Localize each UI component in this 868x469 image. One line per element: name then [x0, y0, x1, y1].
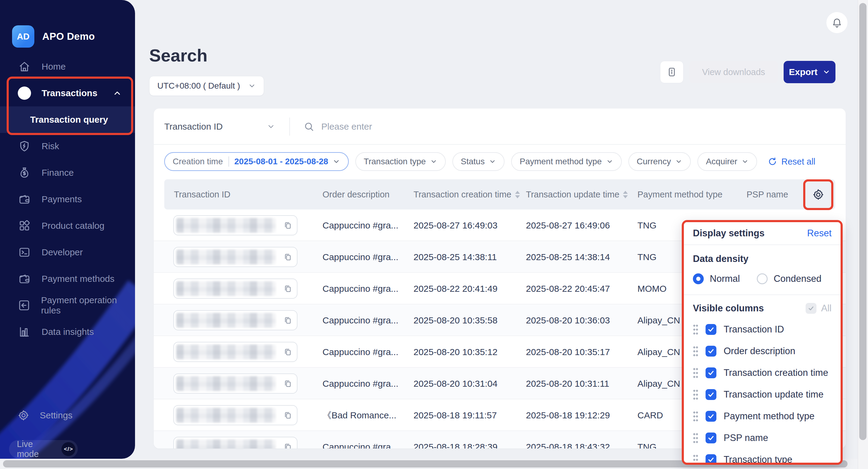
- copy-button[interactable]: [282, 442, 293, 448]
- sort-button[interactable]: [623, 191, 628, 198]
- sidebar-item-payments[interactable]: Payments: [0, 186, 135, 213]
- transaction-id-cell: [173, 437, 298, 448]
- column-settings-button[interactable]: [804, 180, 833, 210]
- display-settings-reset-button[interactable]: Reset: [807, 228, 832, 239]
- sidebar-item-home[interactable]: Home: [0, 53, 135, 80]
- visible-column-item-transaction-creation-time: Transaction creation time: [684, 362, 841, 384]
- gear-icon: [812, 188, 825, 201]
- transaction-id-redacted: [176, 281, 276, 296]
- vertical-scrollbar[interactable]: [859, 3, 867, 440]
- filter-label: Payment method type: [520, 157, 601, 166]
- notifications-button[interactable]: [827, 12, 847, 33]
- filter-transaction-type[interactable]: Transaction type: [355, 152, 446, 171]
- filter-currency[interactable]: Currency: [628, 152, 691, 171]
- visible-column-item-transaction-id: Transaction ID: [684, 319, 841, 340]
- drag-handle-icon[interactable]: [693, 345, 698, 357]
- drag-handle-icon[interactable]: [693, 324, 698, 335]
- column-checkbox[interactable]: [706, 411, 716, 422]
- search-input[interactable]: Please enter: [304, 108, 372, 145]
- column-checkbox[interactable]: [706, 454, 716, 463]
- chevron-down-icon: [333, 158, 340, 165]
- check-icon: [707, 369, 715, 376]
- live-mode-toggle[interactable]: Live mode </>: [9, 440, 78, 458]
- copy-button[interactable]: [282, 410, 293, 421]
- drag-handle-icon[interactable]: [693, 410, 698, 422]
- refresh-icon: [768, 157, 777, 166]
- search-field-value: Transaction ID: [164, 122, 223, 132]
- copy-icon: [283, 316, 292, 325]
- transaction-id-redacted: [176, 313, 276, 327]
- sidebar-item-settings[interactable]: Settings: [18, 409, 72, 421]
- creation-time-cell: 2025-08-18 19:11:57: [413, 399, 497, 431]
- reset-all-button[interactable]: Reset all: [768, 157, 815, 167]
- column-header-label: Payment method type: [638, 190, 722, 199]
- display-settings-header: Display settings Reset: [684, 222, 841, 245]
- radio-selected: [693, 273, 704, 284]
- chevron-down-icon: [823, 68, 830, 76]
- visible-column-item-transaction-type: Transaction type: [684, 449, 841, 463]
- order-description-cell: 《Bad Romance...: [322, 399, 408, 431]
- column-header-label: Transaction update time: [526, 190, 619, 199]
- sidebar-item-developer[interactable]: Developer: [0, 239, 135, 265]
- transaction-id-cell: [173, 310, 298, 330]
- drag-handle-icon[interactable]: [693, 454, 698, 463]
- copy-button[interactable]: [282, 220, 293, 231]
- column-checkbox[interactable]: [706, 433, 716, 443]
- payment-method-cell: Alipay_CN: [638, 336, 680, 368]
- sidebar-item-product-catalog[interactable]: Product catalog: [0, 213, 135, 239]
- sidebar-item-payment-methods[interactable]: Payment methods: [0, 265, 135, 292]
- all-columns-checkbox[interactable]: [806, 303, 816, 314]
- view-downloads-button[interactable]: View downloads: [689, 61, 778, 83]
- timezone-select[interactable]: UTC+08:00 ( Default ): [149, 76, 264, 96]
- sort-button[interactable]: [515, 191, 520, 198]
- sidebar-item-finance[interactable]: Finance: [0, 159, 135, 186]
- column-checkbox[interactable]: [706, 389, 716, 400]
- column-checkbox[interactable]: [706, 324, 716, 335]
- copy-button[interactable]: [282, 252, 293, 262]
- column-checkbox[interactable]: [706, 368, 716, 378]
- sidebar-item-transaction-query[interactable]: Transaction query: [0, 106, 135, 133]
- search-placeholder: Please enter: [321, 122, 372, 132]
- creation-time-cell: 2025-08-20 10:35:12: [413, 336, 498, 368]
- payment-method-cell: MOMO: [638, 273, 667, 305]
- payment-method-cell: Alipay_CN: [638, 368, 680, 399]
- drag-handle-icon[interactable]: [693, 367, 698, 379]
- visible-columns-label: Visible columns: [693, 303, 764, 314]
- copy-button[interactable]: [282, 378, 293, 389]
- check-icon: [707, 326, 715, 333]
- filter-status[interactable]: Status: [453, 152, 504, 171]
- page-title: Search: [149, 45, 207, 65]
- filter-creation-time[interactable]: Creation time 2025-08-01 - 2025-08-28: [164, 152, 349, 171]
- transaction-id-redacted: [176, 250, 276, 264]
- copy-button[interactable]: [282, 283, 293, 294]
- search-field-selector[interactable]: Transaction ID: [164, 108, 223, 145]
- density-option-label: Normal: [710, 273, 740, 284]
- column-header-psp-name: PSP name: [747, 179, 788, 210]
- download-report-button[interactable]: [660, 61, 684, 83]
- filter-label: Transaction type: [364, 157, 426, 166]
- creation-time-cell: 2025-08-27 16:49:03: [413, 210, 498, 241]
- density-option-normal[interactable]: Normal: [693, 273, 740, 284]
- density-option-condensed[interactable]: Condensed: [757, 273, 822, 284]
- copy-button[interactable]: [282, 347, 293, 357]
- filters-row: Creation time 2025-08-01 - 2025-08-28 Tr…: [164, 152, 815, 171]
- sidebar-item-risk[interactable]: Risk: [0, 133, 135, 159]
- copy-button[interactable]: [282, 315, 293, 326]
- data-density-options: NormalCondensed: [684, 264, 841, 295]
- sidebar-item-payment-operation-rules[interactable]: Payment operation rules: [0, 292, 135, 319]
- filter-acquirer[interactable]: Acquirer: [698, 152, 757, 171]
- chevron-down-icon: [489, 158, 496, 165]
- sidebar: AD APO Demo HomeTransactionsTransaction …: [0, 0, 135, 459]
- risk-icon: [18, 139, 31, 153]
- sidebar-item-data-insights[interactable]: Data insights: [0, 319, 135, 345]
- export-button[interactable]: Export: [784, 61, 835, 83]
- drag-handle-icon[interactable]: [693, 432, 698, 444]
- filter-payment-method-type[interactable]: Payment method type: [511, 152, 621, 171]
- payment-method-cell: TNG: [638, 241, 656, 273]
- column-checkbox[interactable]: [706, 346, 716, 356]
- filter-label: Currency: [637, 157, 671, 166]
- sidebar-item-transactions[interactable]: Transactions: [0, 80, 135, 106]
- drag-handle-icon[interactable]: [693, 389, 698, 400]
- home-icon: [18, 60, 31, 73]
- brand: AD APO Demo: [12, 25, 95, 48]
